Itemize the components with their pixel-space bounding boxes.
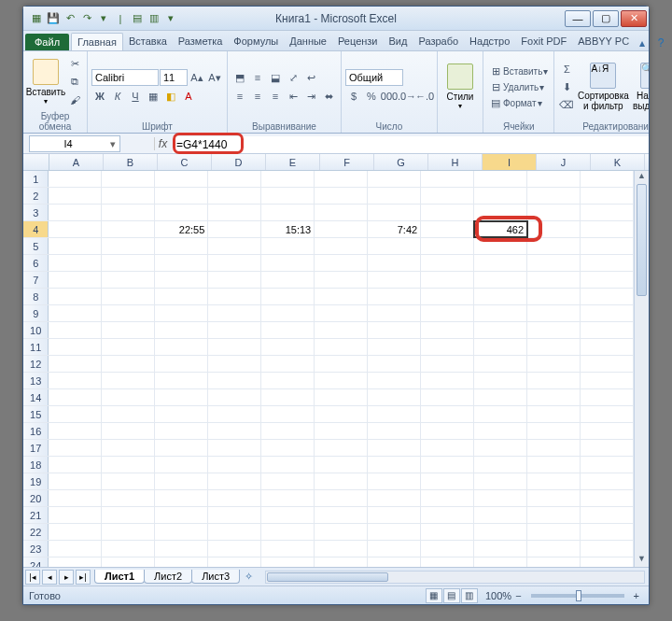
cell-F1[interactable] [315,171,368,187]
name-box[interactable]: I4▾ [29,135,120,152]
cell-E23[interactable] [261,541,315,557]
cell-K17[interactable] [581,440,634,456]
cell-K12[interactable] [581,356,634,372]
cell-E15[interactable] [261,406,315,422]
cell-C15[interactable] [155,406,208,422]
cell-C24[interactable] [155,557,208,567]
cell-B15[interactable] [102,406,155,422]
cell-B2[interactable] [102,188,155,204]
cell-A9[interactable] [49,305,102,321]
cell-D21[interactable] [208,507,261,523]
cell-D2[interactable] [208,188,261,204]
orientation-icon[interactable]: ⤢ [285,69,301,86]
cell-E16[interactable] [261,423,315,439]
tab-foxit pdf[interactable]: Foxit PDF [515,33,572,50]
cell-I13[interactable] [474,373,527,388]
sheet-first-icon[interactable]: |◂ [25,570,40,585]
align-top-icon[interactable]: ⬒ [231,69,248,86]
cell-B7[interactable] [102,272,155,288]
autosum-icon[interactable]: Σ [558,61,575,78]
wrap-text-icon[interactable]: ↩ [302,69,319,86]
cell-A12[interactable] [49,356,102,372]
cell-E18[interactable] [261,457,315,473]
qat-dd-icon[interactable]: ▾ [163,11,178,26]
cell-G19[interactable] [368,473,421,489]
cell-B24[interactable] [102,557,155,567]
bold-icon[interactable]: Ж [91,88,108,105]
cell-G9[interactable] [368,305,421,321]
cell-D24[interactable] [208,557,261,567]
view-layout-icon[interactable]: ▤ [443,588,460,603]
cell-F2[interactable] [315,188,368,204]
cell-E4[interactable]: 15:13 [261,221,315,237]
cell-H23[interactable] [421,541,474,557]
cell-I2[interactable] [474,188,527,204]
cell-H3[interactable] [421,205,474,220]
row-header[interactable]: 14 [23,389,49,405]
cell-E24[interactable] [261,557,315,567]
cell-C22[interactable] [155,524,208,540]
row-header[interactable]: 8 [23,289,49,304]
cell-E9[interactable] [261,305,315,321]
view-normal-icon[interactable]: ▦ [426,588,442,603]
cell-E2[interactable] [261,188,315,204]
cell-F14[interactable] [315,389,368,405]
cell-D6[interactable] [208,255,261,271]
cell-G21[interactable] [368,507,421,523]
cell-B5[interactable] [102,238,155,254]
row-header[interactable]: 16 [23,423,49,439]
cell-D20[interactable] [208,490,261,506]
cell-J22[interactable] [527,524,581,540]
zoom-out-icon[interactable]: − [511,590,525,601]
cell-J7[interactable] [527,272,581,288]
cell-H19[interactable] [421,473,474,489]
cell-K2[interactable] [581,188,634,204]
cell-J13[interactable] [527,373,581,388]
fx-icon[interactable]: fx [154,137,171,150]
align-bottom-icon[interactable]: ⬓ [267,69,284,86]
cell-D3[interactable] [208,205,261,220]
cell-G14[interactable] [368,389,421,405]
close-button[interactable]: ✕ [621,10,647,27]
cell-G6[interactable] [368,255,421,271]
cell-E19[interactable] [261,473,315,489]
cell-I22[interactable] [474,524,527,540]
cell-J10[interactable] [527,322,581,338]
decrease-decimal-icon[interactable]: ←.0 [416,88,433,105]
row-header[interactable]: 23 [23,541,49,557]
clear-icon[interactable]: ⌫ [558,96,575,113]
cell-K15[interactable] [581,406,634,422]
cell-G20[interactable] [368,490,421,506]
cell-K9[interactable] [581,305,634,321]
col-header-H[interactable]: H [428,154,483,170]
currency-icon[interactable]: $ [345,88,362,105]
increase-font-icon[interactable]: A▴ [189,69,205,86]
cell-H7[interactable] [421,272,474,288]
cell-C12[interactable] [155,356,208,372]
cell-J11[interactable] [527,339,581,355]
align-left-icon[interactable]: ≡ [231,88,248,105]
insert-cells-button[interactable]: ⊞Вставить ▾ [487,64,550,78]
cell-D18[interactable] [208,457,261,473]
sort-filter-button[interactable]: А↓Я Сортировка и фильтр [579,53,627,120]
cell-G18[interactable] [368,457,421,473]
cell-B6[interactable] [102,255,155,271]
tab-главная[interactable]: Главная [71,33,123,50]
cell-J2[interactable] [527,188,581,204]
sheet-prev-icon[interactable]: ◂ [42,570,57,585]
cell-G24[interactable] [368,557,421,567]
cell-H10[interactable] [421,322,474,338]
row-header[interactable]: 22 [23,524,49,540]
cell-J15[interactable] [527,406,581,422]
cell-I15[interactable] [474,406,527,422]
cell-K14[interactable] [581,389,634,405]
cell-I21[interactable] [474,507,527,523]
cell-F17[interactable] [315,440,368,456]
row-header[interactable]: 13 [23,373,49,388]
cell-A5[interactable] [49,238,102,254]
cell-F6[interactable] [315,255,368,271]
cell-C10[interactable] [155,322,208,338]
cell-C16[interactable] [155,423,208,439]
cell-F13[interactable] [315,373,368,388]
cell-H22[interactable] [421,524,474,540]
